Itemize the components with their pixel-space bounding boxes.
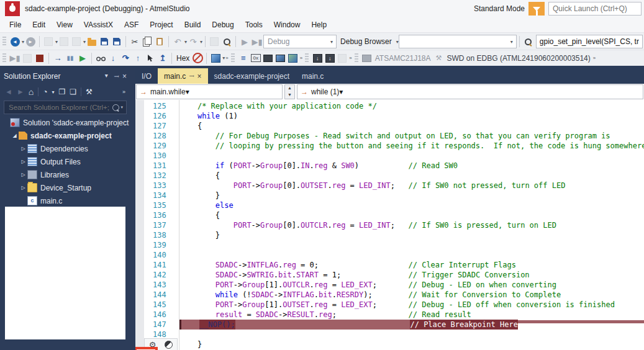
- restart-button[interactable]: [21, 52, 34, 65]
- code-line-138[interactable]: 138 }: [135, 230, 644, 240]
- toolbar-overflow[interactable]: »: [349, 55, 351, 61]
- code-line-147[interactable]: 147 __NOP(); // Place Breakpoint Here: [135, 320, 644, 330]
- processor-view-button[interactable]: [262, 52, 274, 65]
- line-number[interactable]: 130: [135, 151, 179, 161]
- tree-item-libraries[interactable]: ▷Libraries: [0, 168, 130, 181]
- tree-item-main-c[interactable]: cmain.c: [0, 194, 130, 207]
- properties-wrench-button[interactable]: ⚒: [86, 88, 93, 96]
- menu-tools[interactable]: Tools: [240, 18, 268, 32]
- line-number[interactable]: 129: [135, 141, 179, 151]
- se-forward-button[interactable]: ►: [17, 88, 24, 96]
- tree-item-output-files[interactable]: ▷Output Files: [0, 155, 130, 168]
- menu-view[interactable]: View: [51, 18, 78, 32]
- break-all-disabled-button[interactable]: ▶▮: [9, 52, 21, 65]
- menu-project[interactable]: Project: [144, 18, 178, 32]
- start-debugging-button[interactable]: ▶: [238, 35, 251, 48]
- copy-button[interactable]: [141, 35, 153, 48]
- redo-dropdown[interactable]: ▾: [200, 39, 202, 45]
- tree-item-device-startup[interactable]: ▷Device_Startup: [0, 181, 130, 194]
- program-device-alt-button[interactable]: ↓: [324, 52, 336, 65]
- disable-breakpoint-button[interactable]: [165, 341, 173, 349]
- va-find-button[interactable]: [522, 35, 535, 48]
- se-toolbar-overflow[interactable]: »: [122, 89, 125, 95]
- search-dropdown[interactable]: ▾: [120, 105, 123, 110]
- code-line-135[interactable]: 135 else: [135, 200, 644, 210]
- code-line-145[interactable]: 145 PORT->Group[1].OUTSET.reg = LED_EXT;…: [135, 300, 644, 310]
- nav-spinner[interactable]: ▲ ▼: [284, 84, 295, 99]
- code-line-140[interactable]: 140: [135, 250, 644, 260]
- run-to-cursor-button[interactable]: ↥: [156, 52, 169, 65]
- line-number[interactable]: 132: [135, 171, 179, 181]
- new-project-button[interactable]: [42, 35, 55, 48]
- menu-debug[interactable]: Debug: [206, 18, 239, 32]
- spin-up-icon[interactable]: ▲: [285, 85, 294, 92]
- line-number[interactable]: 137: [135, 220, 179, 230]
- menu-build[interactable]: Build: [179, 18, 207, 32]
- code-line-132[interactable]: 132 {: [135, 171, 644, 181]
- cut-button[interactable]: ✂: [129, 35, 141, 48]
- step-out-button[interactable]: ↑: [132, 52, 144, 65]
- line-number[interactable]: 136: [135, 210, 179, 220]
- tree-item-dependencies[interactable]: ▷Dependencies: [0, 142, 130, 155]
- continue-button[interactable]: ▶: [76, 52, 89, 65]
- navigate-back-button[interactable]: ◄: [9, 35, 21, 48]
- close-icon[interactable]: ×: [122, 72, 127, 81]
- toolbar-grip[interactable]: [2, 37, 6, 47]
- tree-collapsed-arrow[interactable]: ▷: [20, 159, 27, 164]
- toolbar-overflow[interactable]: »: [593, 55, 596, 61]
- line-number[interactable]: 143: [135, 280, 179, 290]
- redo-button[interactable]: ↷: [187, 35, 199, 48]
- code-line-127[interactable]: 127 {: [135, 121, 644, 131]
- tree-item-solution-sdadc-example-project[interactable]: Solution 'sdadc-example-project: [0, 116, 130, 129]
- code-line-137[interactable]: 137 PORT->Group[0].OUTCLR.reg = LED_INT;…: [135, 220, 644, 230]
- device-selector[interactable]: [361, 52, 373, 65]
- pin-icon[interactable]: ⊺: [188, 74, 195, 78]
- code-line-136[interactable]: 136 {: [135, 210, 644, 220]
- code-line-146[interactable]: 146 result = SDADC->RESULT.reg; // Read …: [135, 310, 644, 320]
- toolbar-overflow[interactable]: »: [225, 55, 228, 61]
- scope-combo[interactable]: → main.while ▾: [136, 84, 283, 99]
- line-number[interactable]: 135: [135, 200, 179, 210]
- pin-icon[interactable]: ⊺: [111, 74, 119, 78]
- disable-breakpoints-button[interactable]: [191, 52, 204, 65]
- device-view-button[interactable]: [274, 52, 287, 65]
- tab-2-sdadc-example-project[interactable]: sdadc-example-project: [208, 68, 296, 84]
- feedback-filter-button[interactable]: [528, 2, 545, 16]
- collapse-all-button[interactable]: ❏: [70, 88, 76, 96]
- menu-edit[interactable]: Edit: [27, 18, 51, 32]
- new-file-button[interactable]: [70, 35, 83, 48]
- line-number[interactable]: 146: [135, 310, 179, 320]
- code-line-144[interactable]: 144 while (!SDADC->INTFLAG.bit.RESRDY); …: [135, 290, 644, 300]
- paste-button[interactable]: [153, 35, 166, 48]
- close-icon[interactable]: ×: [197, 72, 202, 81]
- line-number[interactable]: 145: [135, 300, 179, 310]
- menu-help[interactable]: Help: [306, 18, 332, 32]
- code-line-143[interactable]: 143 PORT->Group[1].OUTCLR.reg = LED_EXT;…: [135, 280, 644, 290]
- find-button[interactable]: [220, 35, 233, 48]
- undo-button[interactable]: ↶: [171, 35, 184, 48]
- code-line-148[interactable]: 148: [135, 330, 644, 339]
- code-line-130[interactable]: 130: [135, 151, 644, 161]
- code-line-139[interactable]: 139: [135, 240, 644, 250]
- se-back-button[interactable]: ◄: [5, 88, 12, 96]
- spin-down-icon[interactable]: ▼: [285, 92, 294, 99]
- step-into-button[interactable]: ↓: [107, 52, 119, 65]
- program-device-button[interactable]: ↓: [311, 52, 324, 65]
- erase-device-button[interactable]: [336, 52, 348, 65]
- code-line-131[interactable]: 131 if (PORT->Group[0].IN.reg & SW0) // …: [135, 161, 644, 171]
- configuration-combo[interactable]: Debug▾: [263, 35, 337, 48]
- tree-collapsed-arrow[interactable]: ▷: [20, 172, 27, 177]
- code-line-128[interactable]: 128 // For Debug Purposes - Read switch …: [135, 131, 644, 141]
- code-line-129[interactable]: 129 // looping by pressing the button an…: [135, 141, 644, 151]
- stop-debugging-button[interactable]: [34, 52, 46, 65]
- tree-collapsed-arrow[interactable]: ▷: [20, 146, 27, 151]
- line-number[interactable]: 125: [135, 101, 179, 111]
- toolbar-grip[interactable]: [305, 53, 309, 63]
- io-view-button[interactable]: [287, 52, 299, 65]
- code-line-141[interactable]: 141 SDADC->INTFLAG.reg = 0; // Clear Int…: [135, 260, 644, 270]
- code-line-125[interactable]: 125 /* Replace with your application cod…: [135, 101, 644, 111]
- tab-0-i-o[interactable]: I/O: [135, 68, 158, 84]
- device-name[interactable]: ATSAMC21J18A: [373, 54, 433, 63]
- toolbar-grip[interactable]: [355, 53, 358, 63]
- toolbar-grip[interactable]: [2, 53, 6, 63]
